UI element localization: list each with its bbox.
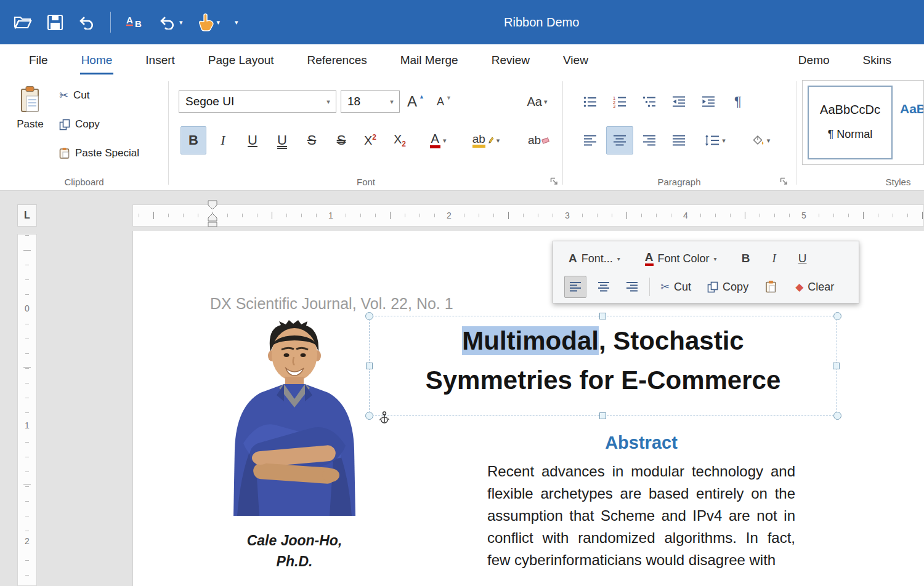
resize-handle-top-left[interactable] — [365, 312, 373, 320]
mini-clear-button[interactable]: ◆ Clear — [791, 278, 838, 297]
line-spacing-button[interactable]: ▾ — [695, 126, 736, 155]
clear-formatting-button[interactable]: ab — [525, 126, 551, 155]
ruler-number: 0 — [18, 303, 36, 313]
author-photo — [222, 320, 367, 516]
selected-text[interactable]: Multimodal — [462, 326, 599, 355]
shrink-font-button[interactable]: A ▼ — [432, 90, 456, 113]
tab-references[interactable]: References — [291, 44, 384, 76]
resize-handle-top-center[interactable] — [599, 313, 606, 319]
horizontal-ruler[interactable]: 1 2 3 4 5 — [132, 204, 924, 227]
font-dialog-button[interactable]: AB — [126, 14, 144, 30]
highlight-button[interactable]: ab ▾ — [466, 126, 506, 155]
mini-align-right-button[interactable] — [621, 276, 643, 298]
indent-markers[interactable] — [207, 199, 218, 230]
svg-text:B: B — [135, 18, 142, 29]
resize-handle-middle-left[interactable] — [366, 363, 373, 369]
ruler-ticks — [18, 235, 36, 585]
style-item-normal[interactable]: AaBbCcDc ¶ Normal — [808, 86, 893, 159]
mini-bold-button[interactable]: B — [735, 247, 757, 270]
mini-italic-button[interactable]: I — [763, 247, 785, 270]
mini-align-center-button[interactable] — [593, 276, 615, 298]
paragraph-dialog-launcher[interactable] — [780, 177, 788, 185]
tab-mail-merge[interactable]: Mail Merge — [384, 44, 475, 76]
superscript-button[interactable]: X2 — [357, 126, 383, 155]
font-color-icon: A — [645, 251, 654, 266]
titlebar: AB ▾ ▾ ▾ Ribbon Demo — [0, 0, 924, 44]
tab-insert[interactable]: Insert — [129, 44, 192, 76]
tab-view[interactable]: View — [546, 44, 605, 76]
open-folder-icon — [14, 14, 32, 30]
subscript-button[interactable]: X2 — [387, 126, 413, 155]
window-title: Ribbon Demo — [504, 15, 579, 30]
numbering-button[interactable]: 123 — [606, 90, 633, 113]
show-marks-button[interactable]: ¶ — [724, 90, 752, 113]
customize-toolbar-button[interactable]: ▾ — [235, 19, 238, 26]
italic-button[interactable]: I — [210, 126, 236, 155]
mini-cut-button[interactable]: ✂ Cut — [656, 278, 695, 297]
mini-underline-button[interactable]: U — [792, 247, 814, 270]
mini-font-button[interactable]: A Font... ▾ — [564, 249, 625, 268]
photo-caption: Cale Joon-Ho, Ph.D. — [214, 530, 375, 572]
tab-stop-selector[interactable]: L — [17, 204, 37, 227]
save-button[interactable] — [47, 14, 63, 31]
open-button[interactable] — [14, 14, 32, 30]
strikeout-button[interactable]: S — [299, 126, 325, 155]
justify-button[interactable] — [665, 126, 692, 155]
svg-text:A: A — [126, 15, 133, 25]
multilevel-list-button[interactable] — [636, 90, 663, 113]
decrease-indent-button[interactable] — [665, 90, 692, 113]
paste-button[interactable]: Paste — [11, 82, 49, 130]
resize-handle-bottom-right[interactable] — [833, 412, 841, 420]
shading-button[interactable]: ▾ — [740, 126, 781, 155]
undo-dropdown-button[interactable]: ▾ — [159, 15, 183, 30]
font-name-value: Segoe UI — [185, 95, 234, 108]
align-left-icon — [569, 281, 582, 292]
resize-handle-middle-right[interactable] — [833, 363, 840, 369]
font-name-combo[interactable]: Segoe UI ▾ — [179, 90, 336, 113]
tab-home[interactable]: Home — [65, 44, 129, 76]
grow-font-button[interactable]: A ▲ — [402, 90, 429, 113]
mini-paste-button[interactable] — [760, 276, 782, 298]
tab-file[interactable]: File — [12, 44, 65, 76]
resize-handle-bottom-left[interactable] — [365, 412, 373, 420]
align-center-button[interactable] — [606, 126, 633, 155]
bullets-button[interactable] — [577, 90, 604, 113]
copy-button[interactable]: Copy — [59, 114, 100, 135]
undo-button[interactable] — [78, 15, 95, 30]
style-item-heading[interactable]: AaBbCcDc — [898, 86, 924, 159]
undo-icon — [78, 15, 95, 30]
chevron-down-icon[interactable]: ▾ — [384, 98, 399, 106]
touch-mode-button[interactable]: ▾ — [198, 13, 221, 31]
resize-handle-top-right[interactable] — [833, 312, 841, 320]
mini-copy-button[interactable]: Copy — [703, 278, 753, 297]
title-text-frame[interactable]: Multimodal, Stochastic Symmetries for E-… — [369, 316, 837, 416]
cut-label: Cut — [73, 89, 89, 102]
chevron-down-icon[interactable]: ▾ — [321, 98, 336, 106]
cut-button[interactable]: ✂ Cut — [59, 85, 90, 106]
font-color-button[interactable]: A ▾ — [418, 126, 458, 155]
tab-review[interactable]: Review — [475, 44, 546, 76]
change-case-button[interactable]: Aa ▾ — [521, 90, 554, 113]
mini-align-left-button[interactable] — [564, 276, 586, 298]
abstract-body-text[interactable]: Recent advances in modular technology an… — [487, 460, 795, 571]
double-strikeout-button[interactable]: S — [328, 126, 354, 155]
font-size-combo[interactable]: 18 ▾ — [341, 90, 400, 113]
copy-icon — [59, 119, 70, 130]
paste-special-button[interactable]: Paste Special — [59, 143, 139, 164]
increase-indent-button[interactable] — [695, 90, 722, 113]
tab-demo[interactable]: Demo — [782, 44, 846, 76]
tab-skins[interactable]: Skins — [846, 44, 908, 76]
clear-diamond-icon: ◆ — [795, 282, 803, 292]
font-dialog-launcher[interactable] — [550, 177, 558, 185]
align-left-button[interactable] — [577, 126, 604, 155]
resize-handle-bottom-center[interactable] — [599, 412, 606, 419]
mini-font-color-button[interactable]: A Font Color ▾ — [641, 248, 721, 269]
tab-page-layout[interactable]: Page Layout — [192, 44, 291, 76]
vertical-ruler[interactable]: 0 1 2 — [17, 234, 37, 586]
align-right-button[interactable] — [636, 126, 663, 155]
double-underline-button[interactable]: U — [269, 126, 295, 155]
document-title[interactable]: Multimodal, Stochastic Symmetries for E-… — [370, 321, 837, 400]
abstract-section: Abstract Recent advances in modular tech… — [487, 433, 795, 571]
bold-button[interactable]: B — [180, 126, 206, 155]
underline-button[interactable]: U — [240, 126, 265, 155]
